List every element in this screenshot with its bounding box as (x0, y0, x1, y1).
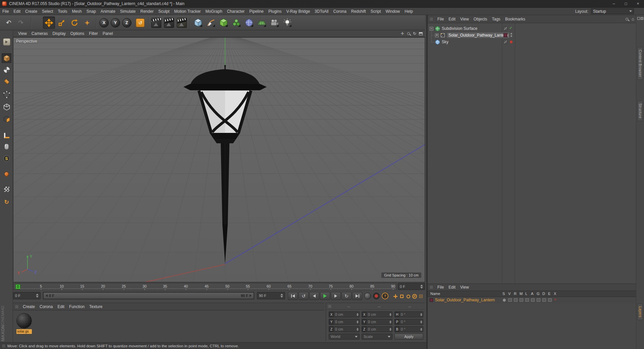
position-x-field[interactable]: X0 cm (329, 311, 360, 317)
model-mode-button[interactable] (2, 53, 11, 63)
apply-button[interactable]: Apply (394, 334, 423, 340)
position-header[interactable]: -- (333, 304, 364, 308)
current-frame-field[interactable]: 0 F (398, 283, 425, 290)
pan-view-icon[interactable]: ✛ (400, 31, 405, 36)
tab-content-browser[interactable]: Content Browser (637, 47, 643, 80)
add-spline-button[interactable] (205, 16, 217, 29)
material-thumbnail[interactable] (16, 313, 32, 329)
layer-row[interactable]: Solar_Outdoor_Pathway_Lantern × (428, 297, 636, 303)
snap-button[interactable]: S (2, 154, 11, 163)
render-toggle-icon[interactable] (514, 298, 518, 302)
menu-plugins[interactable]: Plugins (266, 8, 284, 15)
vp-menu-display[interactable]: Display (50, 30, 68, 37)
texture-state-icon[interactable] (503, 27, 507, 31)
preview-range-slider[interactable]: 0 F 90 F (43, 292, 254, 299)
y-axis-lock-button[interactable]: Y (109, 16, 121, 29)
om-column-divider[interactable] (515, 23, 515, 284)
object-name[interactable]: Subdivision Surface (442, 26, 477, 31)
tab-structure[interactable]: Structure (637, 101, 643, 121)
transform-mode-dropdown[interactable]: Scale (362, 334, 392, 340)
next-frame-button[interactable] (331, 292, 341, 300)
mat-menu-texture[interactable]: Texture (87, 303, 105, 310)
preview-range-fill[interactable]: 0 F 90 F (44, 293, 254, 299)
rotation-p-field[interactable]: P0 ° (394, 319, 423, 325)
lock-toggle-icon[interactable] (525, 298, 529, 302)
autokey-button[interactable] (373, 293, 380, 299)
menu-select[interactable]: Select (40, 8, 55, 15)
menu-redshift[interactable]: Redshift (349, 8, 368, 15)
rotate-view-icon[interactable]: ↻ (412, 31, 417, 36)
points-mode-button[interactable] (2, 90, 11, 99)
expand-icon[interactable]: + (435, 34, 439, 37)
om-menu-file[interactable]: File (435, 15, 446, 23)
menu-simulate[interactable]: Simulate (118, 8, 138, 15)
add-mograph-button[interactable] (230, 16, 242, 29)
size-z-field[interactable]: Z0 cm (362, 326, 392, 332)
scale-tool-button[interactable] (56, 16, 68, 29)
add-light-button[interactable] (281, 16, 293, 29)
om-menu-objects[interactable]: Objects (471, 15, 490, 23)
rotate-tool-button[interactable] (68, 16, 80, 29)
om-menu-view[interactable]: View (458, 15, 471, 23)
menu-mesh[interactable]: Mesh (69, 8, 84, 15)
om-menu-bookmarks[interactable]: Bookmarks (503, 15, 528, 23)
current-frame-marker[interactable]: 0 (15, 284, 20, 289)
view-toggle-icon[interactable] (508, 298, 512, 302)
generators-toggle-icon[interactable] (537, 298, 540, 302)
manager-toggle-icon[interactable] (520, 298, 523, 302)
col-animation[interactable]: A (531, 292, 533, 296)
object-name[interactable]: Sky (442, 40, 448, 44)
search-icon[interactable] (625, 17, 629, 21)
mat-menu-function[interactable]: Function (67, 303, 87, 310)
menu-snap[interactable]: Snap (84, 8, 98, 15)
menu-pipeline[interactable]: Pipeline (247, 8, 266, 15)
stepper-icon[interactable] (280, 294, 283, 298)
layer-list-empty-area[interactable] (428, 303, 636, 349)
om-menu-tags[interactable]: Tags (490, 15, 503, 23)
menu-mograph[interactable]: MoGraph (203, 8, 225, 15)
name-column-header[interactable]: Name (430, 292, 440, 296)
keyframe-selection-button[interactable]: ? (382, 293, 388, 299)
col-solo[interactable]: S (502, 292, 505, 296)
menu-corona[interactable]: Corona (331, 8, 348, 15)
object-row-subdivision-surface[interactable]: − Subdivision Surface ✓ (428, 25, 636, 32)
panel-grip-icon[interactable] (15, 305, 18, 308)
position-z-field[interactable]: Z0 cm (329, 326, 360, 332)
undo-button[interactable]: ↶ (3, 16, 15, 29)
menu-animate[interactable]: Animate (98, 8, 118, 15)
animation-toggle-icon[interactable] (531, 298, 535, 302)
om-column-divider[interactable] (502, 23, 502, 284)
dock-icon[interactable] (637, 17, 640, 20)
vp-menu-view[interactable]: View (16, 30, 29, 37)
coordinate-system-button[interactable]: ↺ (134, 16, 146, 29)
move-tool-button[interactable] (43, 16, 55, 29)
vp-menu-panel[interactable]: Panel (100, 30, 115, 37)
layer-color-chip[interactable] (503, 33, 507, 37)
rotation-b-field[interactable]: B0 ° (394, 326, 423, 332)
panel-grip-icon[interactable] (430, 286, 433, 289)
object-row-sky[interactable]: Sky (428, 39, 636, 45)
texture-state-icon[interactable] (503, 40, 507, 44)
record-parameter-toggle[interactable]: P (412, 293, 418, 300)
layer-color-chip[interactable] (430, 298, 433, 302)
render-picture-viewer-button[interactable] (163, 16, 175, 29)
record-keyframe-button[interactable] (364, 293, 371, 299)
preview-start-field[interactable]: 0 F (13, 292, 41, 299)
col-render[interactable]: R (514, 292, 517, 296)
mat-menu-create[interactable]: Create (20, 303, 37, 310)
lm-menu-view[interactable]: View (458, 284, 471, 291)
menu-sculpt[interactable]: Sculpt (156, 8, 172, 15)
menu-window[interactable]: Window (383, 8, 402, 15)
layer-name[interactable]: Solar_Outdoor_Pathway_Lantern (435, 298, 495, 302)
col-lock[interactable]: L (525, 292, 527, 296)
render-view-button[interactable] (150, 16, 162, 29)
menu-create[interactable]: Create (23, 8, 40, 15)
axis-mode-button[interactable] (2, 131, 11, 140)
col-manager[interactable]: M (520, 292, 523, 296)
workplane-rotate-button[interactable]: ↻ (2, 197, 11, 207)
rotation-h-field[interactable]: H0 ° (394, 311, 423, 317)
disabled-dot-icon[interactable] (510, 41, 513, 43)
last-used-tool-button[interactable] (81, 16, 93, 29)
menu-edit[interactable]: Edit (11, 8, 23, 15)
lm-menu-edit[interactable]: Edit (446, 284, 458, 291)
